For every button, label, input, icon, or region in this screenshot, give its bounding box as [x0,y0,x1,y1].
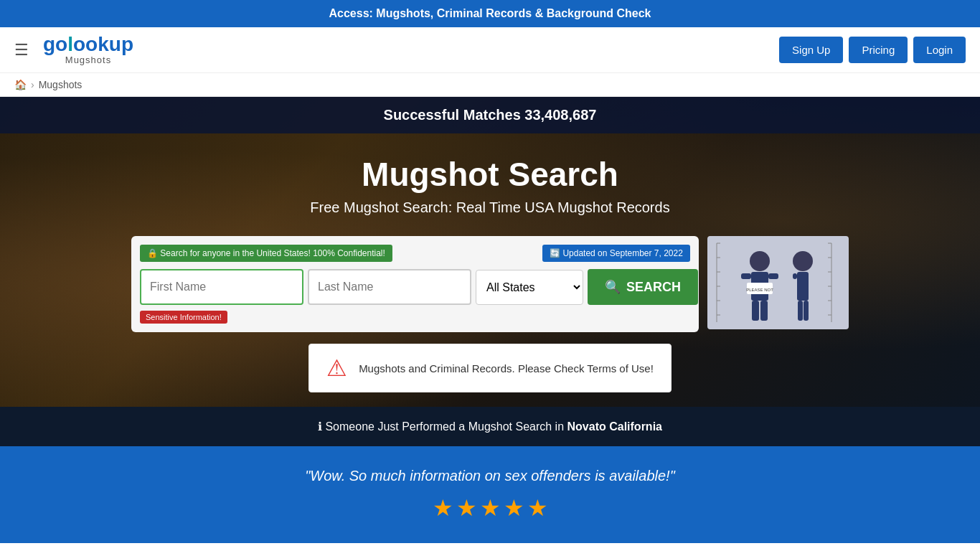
svg-rect-0 [710,236,846,329]
svg-rect-17 [797,272,809,301]
logo-text: golookup [43,34,133,55]
first-name-input[interactable] [140,269,303,305]
info-bar: ℹ Someone Just Performed a Mugshot Searc… [0,407,980,446]
signup-button[interactable]: Sign Up [779,37,843,63]
star-5: ★ [527,494,548,522]
svg-rect-13 [760,301,768,321]
star-1: ★ [433,494,453,522]
svg-text:PLEASE NOT: PLEASE NOT [747,288,774,292]
top-banner: Access: Mugshots, Criminal Records & Bac… [0,0,980,27]
stars-container: ★ ★ ★ ★ ★ [14,494,966,522]
breadcrumb-current: Mugshots [39,79,83,90]
hero-title: Mugshot Search [362,155,618,194]
search-confidential-badge: 🔒 Search for anyone in the United States… [140,245,392,262]
svg-rect-19 [798,301,803,321]
breadcrumb: 🏠 › Mugshots [0,73,980,97]
svg-rect-10 [741,273,751,279]
info-location: Novato California [567,420,662,433]
star-3: ★ [480,494,501,522]
hamburger-menu-icon[interactable]: ☰ [14,41,29,60]
review-quote: "Wow. So much information on sex offende… [14,468,966,484]
header-buttons: Sign Up Pricing Login [779,37,966,63]
search-inputs: All States Alabama Alaska Arizona Califo… [140,269,690,305]
search-button[interactable]: 🔍 SEARCH [588,269,698,305]
star-2: ★ [456,494,477,522]
breadcrumb-separator: › [31,79,34,90]
search-top-bar: 🔒 Search for anyone in the United States… [140,245,690,262]
home-icon: 🏠 [14,79,27,90]
header: ☰ golookup Mugshots Sign Up Pricing Logi… [0,27,980,73]
search-icon: 🔍 [605,279,621,295]
matches-count: 33,408,687 [524,107,596,123]
svg-rect-12 [752,301,759,321]
login-button[interactable]: Login [913,37,966,63]
matches-label: Successful Matches [384,107,525,123]
svg-rect-20 [804,301,809,321]
logo-lookup: l [67,33,73,55]
svg-rect-11 [768,273,778,279]
pricing-button[interactable]: Pricing [849,37,908,63]
state-select[interactable]: All States Alabama Alaska Arizona Califo… [476,270,583,305]
svg-rect-18 [793,273,797,279]
matches-bar: Successful Matches 33,408,687 [0,97,980,133]
sensitive-badge: Sensitive Information! [140,311,227,324]
info-prefix: ℹ Someone Just Performed a Mugshot Searc… [318,420,564,433]
warning-icon: ⚠ [326,354,347,382]
logo-o: ookup [73,33,133,55]
search-wrapper: 🔒 Search for anyone in the United States… [131,236,849,332]
svg-point-8 [750,251,770,271]
search-form-box: 🔒 Search for anyone in the United States… [131,236,699,332]
warning-text: Mugshots and Criminal Records. Please Ch… [359,362,654,375]
mugshot-image: PLEASE NOT [707,236,849,329]
breadcrumb-home-link[interactable]: 🏠 [14,79,27,90]
warning-bar: ⚠ Mugshots and Criminal Records. Please … [308,344,672,392]
svg-point-16 [793,251,813,271]
star-4: ★ [504,494,524,522]
review-section: "Wow. So much information on sex offende… [0,446,980,543]
search-button-label: SEARCH [626,280,681,295]
logo-go: go [43,33,67,55]
logo: golookup Mugshots [43,34,133,65]
search-updated-badge: 🔄 Updated on September 7, 2022 [542,245,690,262]
top-banner-text: Access: Mugshots, Criminal Records & Bac… [329,7,651,19]
logo-subtitle: Mugshots [65,55,111,65]
hero-subtitle: Free Mugshot Search: Real Time USA Mugsh… [310,199,669,216]
hero-section: Successful Matches 33,408,687 Mugshot Se… [0,97,980,407]
mugshot-svg: PLEASE NOT [710,236,846,329]
hero-content: Mugshot Search Free Mugshot Search: Real… [0,133,980,407]
last-name-input[interactable] [308,269,471,305]
